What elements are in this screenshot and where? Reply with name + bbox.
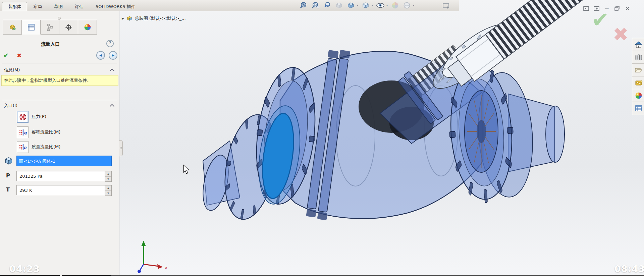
confirmation-corner-cancel[interactable]: ✖ bbox=[613, 23, 629, 45]
video-time-right: 08:43 bbox=[614, 264, 644, 274]
spin-up-icon: ▲ bbox=[105, 185, 111, 191]
pressure-icon[interactable] bbox=[17, 111, 29, 123]
property-manager-panel: 流量入口 ? ✔ ✖ ◀ ▶ 信息(M) 在此步骤中，您指定模型入口处的流量条件… bbox=[0, 11, 119, 276]
option-label: 质量流量比(M) bbox=[32, 144, 60, 150]
solidworks-resources-button[interactable] bbox=[632, 76, 644, 89]
ribbon-tab-bar: 装配体 布局 草图 评估 SOLIDWORKS 插件 ▾ bbox=[0, 0, 459, 11]
ok-button[interactable]: ✔ bbox=[3, 52, 9, 59]
mouse-cursor bbox=[183, 165, 189, 174]
restore-button[interactable] bbox=[614, 5, 620, 11]
video-time-left: 04:23 bbox=[9, 264, 40, 274]
option-label: 容积流量比(M) bbox=[32, 129, 60, 135]
collapse-chevron-icon[interactable] bbox=[110, 68, 114, 73]
ribbon-tabs: 装配体 布局 草图 评估 SOLIDWORKS 插件 bbox=[2, 2, 142, 11]
panel-collapse-handle[interactable] bbox=[119, 140, 123, 156]
collapse-chevron-icon[interactable] bbox=[110, 104, 114, 109]
zoom-to-fit-icon[interactable] bbox=[300, 1, 308, 10]
temperature-spinner[interactable]: ▲ ▼ bbox=[105, 185, 112, 196]
custom-properties-button[interactable] bbox=[632, 102, 644, 115]
triad-x-label: x bbox=[165, 266, 167, 270]
panel-splitter-dot[interactable] bbox=[58, 17, 61, 20]
dropdown-caret[interactable]: ▾ bbox=[372, 4, 373, 7]
inlet-option-mass-flow[interactable]: m 质量流量比(M) bbox=[0, 141, 119, 153]
confirmation-corner-ok[interactable]: ✔ bbox=[591, 7, 609, 32]
info-section-header[interactable]: 信息(M) bbox=[4, 67, 20, 73]
dropdown-caret[interactable]: ▾ bbox=[413, 4, 414, 7]
tab-evaluate[interactable]: 评估 bbox=[69, 2, 90, 11]
inlet-section-header[interactable]: 入口(I) bbox=[4, 103, 17, 109]
solidworks-window: x ▶ 总装图 (默认<<默认>_... — bbox=[0, 0, 644, 276]
dropdown-caret[interactable]: ▾ bbox=[357, 4, 358, 7]
tab-solidworks-addins[interactable]: SOLIDWORKS 插件 bbox=[90, 2, 142, 11]
close-button[interactable] bbox=[625, 5, 631, 11]
assembly-doc-icon bbox=[126, 15, 133, 21]
file-explorer-button[interactable] bbox=[632, 64, 644, 76]
graphics-viewport[interactable]: x ▶ 总装图 (默认<<默认>_... — bbox=[119, 0, 644, 276]
displaymanager-tab[interactable] bbox=[78, 20, 97, 35]
back-button[interactable]: ◀ bbox=[96, 51, 105, 60]
valve-assembly-model bbox=[199, 0, 644, 223]
tab-assembly[interactable]: 装配体 bbox=[2, 2, 27, 11]
selection-rectangle-icon[interactable] bbox=[442, 2, 450, 10]
manager-tabs bbox=[3, 20, 97, 35]
home-button[interactable] bbox=[632, 38, 644, 51]
temperature-input[interactable] bbox=[16, 185, 105, 195]
face-selection-icon bbox=[4, 156, 13, 166]
pressure-spinner[interactable]: ▲ ▼ bbox=[105, 171, 112, 182]
spin-up-icon: ▲ bbox=[105, 171, 111, 177]
pane-left-icon[interactable] bbox=[583, 5, 589, 11]
inlet-option-pressure[interactable]: 压力(P) bbox=[0, 111, 119, 123]
tree-item-label: 总装图 (默认<<默认>_... bbox=[135, 15, 186, 21]
volume-flow-icon[interactable]: q bbox=[17, 126, 29, 138]
selection-list-field[interactable]: 面<1>@左阀体-1 bbox=[16, 156, 112, 166]
divider bbox=[2, 63, 117, 63]
propertymanager-tab[interactable] bbox=[22, 20, 41, 35]
display-style-icon[interactable] bbox=[361, 1, 370, 10]
panel-title: 流量入口 bbox=[0, 41, 101, 47]
spin-down-icon: ▼ bbox=[105, 177, 111, 182]
dropdown-caret[interactable]: ▾ bbox=[386, 4, 388, 7]
spin-down-icon: ▼ bbox=[105, 191, 111, 196]
tab-layout[interactable]: 布局 bbox=[27, 2, 48, 11]
configurationmanager-tab[interactable] bbox=[41, 20, 59, 35]
tab-sketch[interactable]: 草图 bbox=[48, 2, 69, 11]
tree-expand-icon[interactable]: ▶ bbox=[122, 17, 124, 20]
hide-show-items-icon[interactable] bbox=[376, 1, 385, 10]
section-view-icon[interactable] bbox=[335, 1, 343, 10]
pressure-field-label: P bbox=[6, 172, 10, 179]
feature-tree-item[interactable]: ▶ 总装图 (默认<<默认>_... bbox=[122, 15, 186, 21]
option-label: 压力(P) bbox=[32, 114, 46, 120]
svg-text:m: m bbox=[23, 145, 27, 150]
appearances-button[interactable] bbox=[632, 89, 644, 102]
mass-flow-icon[interactable]: m bbox=[17, 141, 29, 153]
3d-viewport-canvas[interactable]: x bbox=[119, 0, 644, 276]
featuremanager-tab[interactable] bbox=[3, 20, 22, 35]
dimxpertmanager-tab[interactable] bbox=[59, 20, 78, 35]
inlet-option-volume-flow[interactable]: q 容积流量比(M) bbox=[0, 126, 119, 139]
apply-scene-icon[interactable] bbox=[402, 1, 411, 10]
cancel-button[interactable]: ✖ bbox=[17, 52, 21, 59]
zoom-to-area-icon[interactable] bbox=[311, 1, 320, 10]
design-library-button[interactable] bbox=[632, 51, 644, 64]
pressure-input[interactable] bbox=[16, 171, 105, 181]
svg-text:q: q bbox=[24, 130, 27, 135]
help-icon[interactable]: ? bbox=[106, 40, 114, 47]
divider bbox=[2, 100, 117, 100]
temperature-field-label: T bbox=[6, 186, 10, 193]
task-pane-toolbar bbox=[632, 38, 644, 115]
info-message: 在此步骤中，您指定模型入口处的流量条件。 bbox=[1, 75, 118, 86]
edit-appearance-icon[interactable] bbox=[391, 1, 399, 10]
reference-triad: x bbox=[138, 241, 167, 273]
view-orientation-icon[interactable] bbox=[346, 1, 355, 10]
next-button[interactable]: ▶ bbox=[109, 51, 117, 60]
heads-up-toolbar: ▾ ▾ ▾ ▾ bbox=[300, 1, 414, 10]
previous-view-icon[interactable] bbox=[323, 1, 332, 10]
